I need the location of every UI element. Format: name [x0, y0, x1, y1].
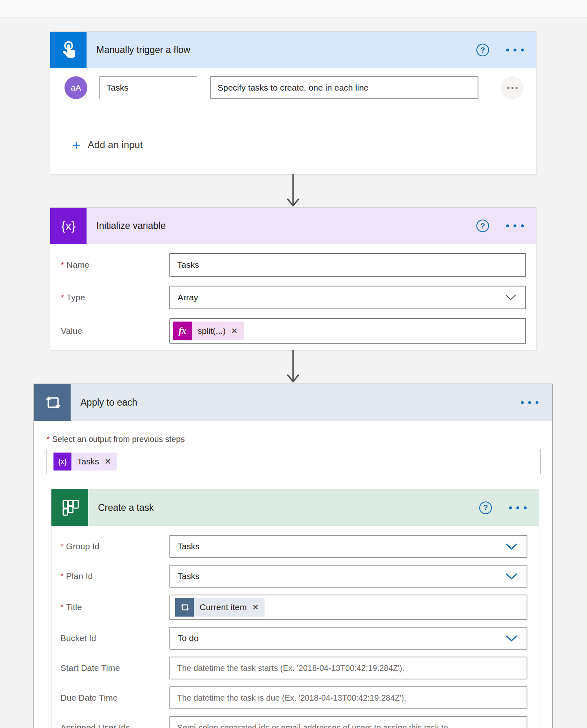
current-item-token[interactable]: Current item ✕	[175, 598, 265, 617]
trigger-help-icon[interactable]: ?	[476, 44, 489, 56]
current-item-token-label: Current item	[200, 602, 247, 612]
required-marker: *	[60, 603, 64, 612]
trigger-card-title: Manually trigger a flow	[96, 44, 190, 55]
variable-name-input[interactable]	[170, 254, 525, 276]
add-input-label: Add an input	[88, 139, 143, 151]
group-id-label: *Group Id	[60, 542, 169, 551]
expression-token[interactable]: fx split(...) ✕	[173, 322, 244, 340]
expression-token-label: split(...)	[198, 326, 226, 336]
chevron-down-icon	[505, 543, 518, 550]
variable-token-label: Tasks	[77, 457, 99, 466]
assigned-user-input[interactable]	[170, 717, 527, 728]
start-date-row: Start Date Time	[60, 657, 527, 679]
input-row-menu-button[interactable]	[501, 76, 524, 99]
title-label: *Title	[60, 602, 169, 612]
expression-token-pill: split(...) ✕	[192, 322, 244, 340]
variable-value-row: Value fx split(...) ✕	[61, 318, 526, 344]
title-token-field[interactable]: Current item ✕	[169, 595, 527, 620]
remove-token-close-icon[interactable]: ✕	[105, 457, 111, 466]
start-date-input[interactable]	[170, 657, 527, 679]
required-marker: *	[60, 542, 64, 551]
bucket-id-dropdown[interactable]: To do	[169, 627, 527, 650]
current-item-loop-icon	[175, 598, 194, 617]
start-date-input-wrap	[169, 657, 527, 679]
manual-trigger-icon	[50, 32, 87, 68]
assigned-user-input-wrap	[169, 716, 527, 728]
initialize-menu-ellipsis-icon[interactable]	[506, 224, 524, 227]
variable-icon: {x}	[50, 208, 87, 244]
required-marker: *	[61, 260, 64, 269]
title-row: *Title	[60, 595, 527, 620]
apply-menu-ellipsis-icon[interactable]	[521, 401, 538, 404]
chevron-down-icon	[505, 573, 518, 580]
create-task-header[interactable]: Create a task ?	[51, 489, 539, 526]
required-marker: *	[61, 293, 64, 302]
variable-name-row: *Name	[61, 253, 526, 277]
initialize-help-icon[interactable]: ?	[476, 220, 489, 232]
initialize-variable-header[interactable]: {x} Initialize variable ?	[50, 208, 536, 244]
plus-icon: +	[72, 138, 80, 152]
top-band	[0, 0, 587, 18]
apply-to-each-header[interactable]: Apply to each	[34, 384, 552, 421]
initialize-variable-title: Initialize variable	[96, 220, 166, 231]
variable-type-label: *Type	[61, 293, 169, 302]
variable-value-label: Value	[61, 326, 169, 336]
bucket-id-row: Bucket Id To do	[60, 627, 527, 650]
planner-icon	[51, 489, 88, 526]
assigned-user-label: Assigned User Ids	[60, 723, 169, 728]
due-date-row: Due Date Time	[60, 686, 527, 709]
bucket-id-value: To do	[170, 633, 198, 643]
create-task-menu-ellipsis-icon[interactable]	[509, 506, 527, 509]
flow-designer-canvas: Manually trigger a flow ? aA + Add an in…	[0, 0, 587, 728]
current-item-token-pill: Current item ✕	[194, 598, 265, 617]
apply-to-each-title: Apply to each	[80, 397, 137, 408]
variable-token-pill: Tasks ✕	[71, 453, 117, 471]
input-name-field[interactable]	[99, 76, 197, 99]
variable-name-label: *Name	[61, 260, 169, 270]
fx-icon: fx	[173, 322, 192, 340]
chevron-down-icon	[505, 635, 518, 642]
group-id-dropdown[interactable]: Tasks	[169, 535, 527, 558]
remove-token-close-icon[interactable]: ✕	[231, 326, 238, 336]
trigger-card: Manually trigger a flow ? aA + Add an in…	[50, 31, 536, 174]
input-description-field[interactable]	[210, 76, 478, 99]
variable-type-row: *Type Array	[61, 286, 526, 309]
trigger-menu-ellipsis-icon[interactable]	[506, 49, 524, 51]
trigger-card-header[interactable]: Manually trigger a flow ?	[50, 32, 536, 68]
variable-type-value: Array	[170, 293, 198, 302]
flow-arrow-icon	[286, 350, 300, 384]
due-date-input[interactable]	[170, 687, 527, 708]
create-task-title: Create a task	[98, 502, 154, 513]
due-date-label: Due Date Time	[60, 693, 169, 703]
apply-to-each-card: Apply to each *Select an output from pre…	[33, 384, 553, 728]
remove-token-close-icon[interactable]: ✕	[252, 602, 259, 612]
flow-arrow-icon	[286, 174, 300, 208]
variable-value-field[interactable]: fx split(...) ✕	[169, 318, 526, 344]
assigned-user-row: Assigned User Ids	[60, 716, 527, 728]
select-output-label: *Select an output from previous steps	[47, 435, 541, 444]
due-date-input-wrap	[169, 686, 527, 709]
plan-id-dropdown[interactable]: Tasks	[169, 565, 527, 588]
add-input-button[interactable]: + Add an input	[72, 138, 143, 152]
bucket-id-label: Bucket Id	[60, 633, 169, 643]
plan-id-label: *Plan Id	[60, 571, 169, 581]
required-marker: *	[60, 572, 64, 581]
trigger-card-divider	[61, 118, 526, 118]
create-task-help-icon[interactable]: ?	[479, 502, 492, 514]
text-input-type-icon: aA	[64, 76, 87, 99]
required-marker: *	[47, 435, 50, 444]
initialize-variable-card: {x} Initialize variable ? *Name *Type Ar…	[50, 207, 536, 350]
create-task-card: Create a task ? *Group Id Tasks	[51, 489, 539, 728]
chevron-down-icon	[505, 294, 516, 301]
variable-token[interactable]: {x} Tasks ✕	[53, 453, 117, 471]
start-date-label: Start Date Time	[60, 663, 169, 673]
group-id-value: Tasks	[170, 542, 200, 551]
touch-icon	[58, 39, 80, 61]
variable-token-icon: {x}	[53, 453, 71, 471]
select-output-field[interactable]: {x} Tasks ✕	[47, 449, 541, 474]
group-id-row: *Group Id Tasks	[60, 535, 527, 558]
loop-icon	[34, 384, 71, 421]
variable-type-dropdown[interactable]: Array	[169, 286, 526, 309]
plan-id-row: *Plan Id Tasks	[60, 565, 527, 588]
plan-id-value: Tasks	[170, 571, 200, 581]
